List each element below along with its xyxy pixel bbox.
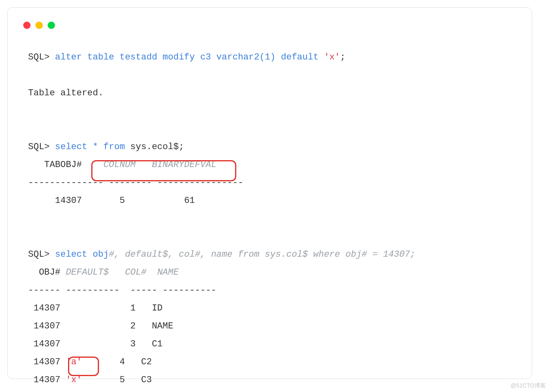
sql-cmd-2a: select * xyxy=(50,142,103,152)
col-hdr-default: DEFAULT$ xyxy=(60,267,125,277)
terminal-window: SQL> alter table testadd modify c3 varch… xyxy=(7,7,532,379)
col-hdr-obj: OBJ# xyxy=(28,267,60,277)
sql-cmd-3a: select obj xyxy=(50,249,109,260)
col-row-0-def xyxy=(60,303,119,313)
col-row-2-col: 3 xyxy=(119,339,152,349)
ecol-hdr-tabobj: TABOBJ# xyxy=(28,160,103,170)
col-row-4-obj: 14307 xyxy=(28,375,60,385)
window-controls xyxy=(23,22,55,29)
col-row-2-def xyxy=(60,339,119,349)
col-divider: ------ ---------- ----- ---------- xyxy=(28,285,216,295)
col-row-4-def: 'x' xyxy=(66,375,82,385)
sql-cmd-1-end: ; xyxy=(340,52,345,62)
col-row-4-name: C3 xyxy=(141,375,152,385)
col-row-4-col: 5 xyxy=(114,375,141,385)
sql-prompt: SQL> xyxy=(28,52,50,62)
sql-msg-1: Table altered. xyxy=(28,88,103,98)
col-row-3-def-pre xyxy=(60,357,66,367)
ecol-row-binarydefval: 61 xyxy=(125,196,195,206)
col-row-2-name: C1 xyxy=(152,339,163,349)
sql-cmd-1: alter table testadd modify c3 varchar2(1… xyxy=(50,52,324,62)
col-row-3-col: 4 xyxy=(114,357,141,367)
col-row-4-def-pre xyxy=(60,375,66,385)
terminal-output: SQL> alter table testadd modify c3 varch… xyxy=(28,48,515,366)
watermark: @51CTO博客 xyxy=(510,382,546,390)
col-row-3-name: C2 xyxy=(141,357,152,367)
col-hdr-col: COL# xyxy=(125,267,157,277)
close-icon[interactable] xyxy=(23,22,31,29)
sql-prompt: SQL> xyxy=(28,249,50,260)
col-row-1-name: NAME xyxy=(152,321,174,331)
sql-prompt: SQL> xyxy=(28,142,50,152)
sql-cmd-2-from: from xyxy=(103,142,125,152)
col-row-3-def: 'a' xyxy=(66,357,82,367)
col-row-3-obj: 14307 xyxy=(28,357,60,367)
ecol-divider: -------------- -------- ---------------- xyxy=(28,178,243,188)
minimize-icon[interactable] xyxy=(35,22,43,29)
col-row-4-def-pad xyxy=(82,375,114,385)
col-hdr-name: NAME xyxy=(157,267,179,277)
col-row-0-obj: 14307 xyxy=(28,303,60,313)
col-row-0-col: 1 xyxy=(119,303,152,313)
col-row-2-obj: 14307 xyxy=(28,339,60,349)
ecol-row-colnum: 5 xyxy=(82,196,125,206)
col-row-1-col: 2 xyxy=(119,321,152,331)
ecol-row-tabobj: 14307 xyxy=(28,196,82,206)
col-row-1-def xyxy=(60,321,119,331)
sql-cmd-2b: sys.ecol$; xyxy=(125,142,184,152)
sql-cmd-3-comment: #, default$, col#, name from sys.col$ wh… xyxy=(109,249,416,260)
maximize-icon[interactable] xyxy=(48,22,55,29)
col-row-1-obj: 14307 xyxy=(28,321,60,331)
ecol-hdr-colnum: COLNUM xyxy=(103,160,152,170)
sql-cmd-1-string: 'x' xyxy=(324,52,340,62)
col-row-3-def-pad xyxy=(82,357,114,367)
ecol-hdr-binarydefval: BINARYDEFVAL xyxy=(152,160,216,170)
col-row-0-name: ID xyxy=(152,303,163,313)
